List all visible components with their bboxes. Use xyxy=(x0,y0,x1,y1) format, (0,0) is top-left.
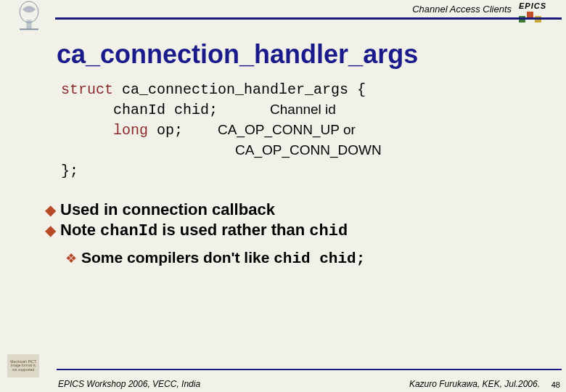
code-line-2: chanId chid; Channel id xyxy=(61,100,566,121)
code-line-1: struct ca_connection_handler_args { xyxy=(61,80,566,100)
footer-image-placeholder: Macintosh PICT image format is not suppo… xyxy=(7,354,39,377)
slide-header: Channel Access Clients EPICS xyxy=(0,0,566,20)
slide-footer: Macintosh PICT image format is not suppo… xyxy=(0,369,566,388)
svg-rect-1 xyxy=(26,20,31,30)
sub-bullet-item-1: ❖ Some compilers don't like chid chid; xyxy=(65,249,566,267)
code-line-5: }; xyxy=(61,161,566,181)
footer-left-text: EPICS Workshop 2006, VECC, India xyxy=(58,379,200,389)
epics-logo: EPICS xyxy=(519,1,559,23)
header-divider xyxy=(55,17,562,20)
code-block: struct ca_connection_handler_args { chan… xyxy=(61,80,566,181)
bullet-item-2: ◆ Note chanId is used rather than chid xyxy=(45,221,566,240)
diamond-outline-bullet-icon: ❖ xyxy=(65,250,77,266)
code-line-3: long op; CA_OP_CONN_UP or xyxy=(61,121,566,141)
footer-right-text: Kazuro Furukawa, KEK, Jul.2006. xyxy=(409,379,540,389)
page-number: 48 xyxy=(551,380,560,389)
footer-divider xyxy=(57,369,562,370)
epics-logo-text: EPICS xyxy=(519,1,559,10)
emblem-icon xyxy=(7,0,51,32)
code-line-4: CA_OP_CONN_DOWN xyxy=(61,141,566,161)
header-section-label: Channel Access Clients xyxy=(412,4,512,15)
slide-title: ca_connection_handler_args xyxy=(57,39,566,70)
bullet-list: ◆ Used in connection callback ◆ Note cha… xyxy=(45,200,566,267)
bullet-item-1: ◆ Used in connection callback xyxy=(45,200,566,219)
diamond-bullet-icon: ◆ xyxy=(45,201,56,219)
diamond-bullet-icon: ◆ xyxy=(45,221,56,239)
